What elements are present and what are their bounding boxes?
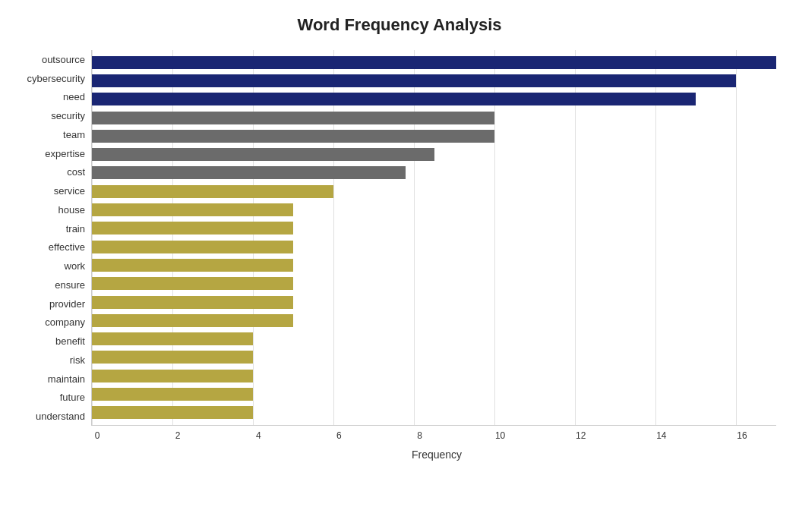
bar — [92, 370, 253, 382]
y-label: team — [63, 130, 85, 140]
bar — [92, 74, 736, 87]
bar — [92, 203, 293, 216]
y-label: ensure — [55, 280, 85, 290]
bar-row — [92, 127, 776, 145]
bar — [92, 332, 253, 345]
bar — [92, 93, 696, 105]
x-tick-label: 0 — [95, 430, 100, 441]
x-tick-label: 16 — [737, 430, 747, 441]
bar-row — [92, 164, 776, 182]
bars-wrapper — [92, 50, 776, 425]
y-label: train — [66, 224, 85, 234]
y-label: effective — [49, 242, 85, 252]
y-label: understand — [36, 411, 85, 421]
x-tick-label: 10 — [495, 430, 505, 441]
y-label: expertise — [45, 149, 85, 159]
bar — [92, 112, 494, 124]
bar — [92, 296, 293, 309]
y-label: benefit — [55, 336, 85, 346]
y-label: risk — [70, 355, 85, 365]
x-tick-label: 2 — [175, 430, 181, 441]
y-label: house — [58, 205, 85, 215]
bar-row — [92, 311, 776, 329]
chart-container: Word Frequency Analysis outsourcecyberse… — [0, 0, 799, 532]
bar — [92, 314, 293, 327]
bar — [92, 259, 293, 272]
bar — [92, 388, 253, 401]
bar-row — [92, 385, 776, 403]
bar-row — [92, 329, 776, 348]
bar-row — [92, 182, 776, 200]
bar — [92, 56, 776, 69]
chart-title: Word Frequency Analysis — [23, 15, 776, 35]
y-label: cybersecurity — [27, 74, 85, 83]
x-axis-title: Frequency — [97, 449, 776, 461]
x-tick-label: 4 — [256, 430, 261, 441]
y-label: service — [54, 186, 85, 196]
bar-row — [92, 256, 776, 274]
bars-and-grid — [91, 50, 776, 426]
y-label: cost — [67, 167, 85, 177]
bar-row — [92, 200, 776, 219]
x-labels-row: 0246810121416 — [97, 430, 776, 445]
bar-row — [92, 348, 776, 367]
x-tick-label: 14 — [656, 430, 666, 441]
bar-row — [92, 219, 776, 238]
bar-row — [92, 71, 776, 90]
y-label: outsource — [42, 55, 85, 65]
bar — [92, 241, 293, 253]
y-label: work — [65, 261, 85, 271]
bar-row — [92, 90, 776, 109]
y-labels: outsourcecybersecurityneedsecurityteamex… — [23, 50, 91, 426]
y-label: provider — [49, 299, 85, 309]
bar-row — [92, 238, 776, 256]
x-tick-label: 12 — [576, 430, 586, 441]
bar — [92, 406, 253, 419]
y-label: need — [63, 92, 85, 102]
bar-row — [92, 293, 776, 311]
bar-row — [92, 404, 776, 422]
bar — [92, 351, 253, 364]
bar-row — [92, 109, 776, 127]
bar — [92, 277, 293, 290]
bars-section: outsourcecybersecurityneedsecurityteamex… — [23, 50, 776, 426]
y-label: company — [45, 317, 85, 327]
y-label: future — [60, 392, 85, 402]
x-tick-label: 6 — [336, 430, 342, 441]
chart-area: outsourcecybersecurityneedsecurityteamex… — [23, 50, 776, 461]
y-label: maintain — [48, 374, 85, 384]
bar-row — [92, 275, 776, 293]
bar-row — [92, 53, 776, 71]
x-tick-label: 8 — [417, 430, 422, 441]
bar — [92, 148, 434, 161]
bar — [92, 130, 494, 143]
bar — [92, 222, 293, 235]
bar-row — [92, 145, 776, 163]
bar-row — [92, 367, 776, 385]
bar — [92, 185, 333, 198]
bar — [92, 166, 406, 179]
y-label: security — [51, 111, 85, 121]
